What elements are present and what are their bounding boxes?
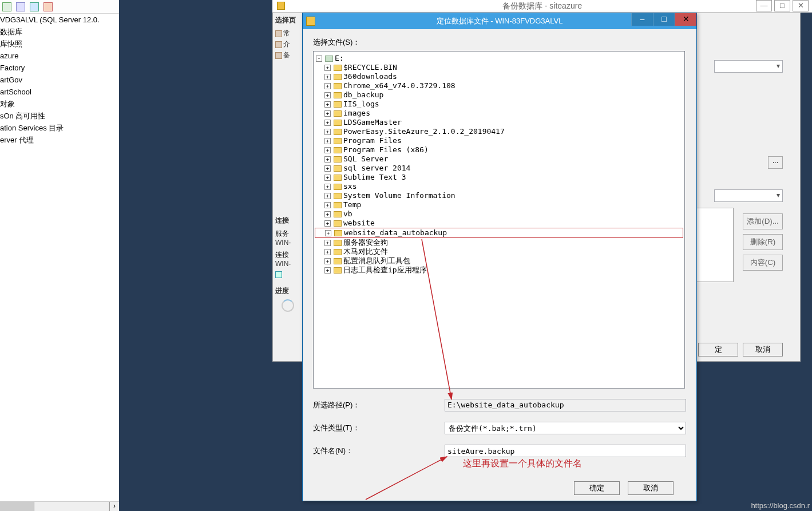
expand-icon[interactable]: + xyxy=(324,202,331,208)
content-button[interactable]: 内容(C) xyxy=(743,255,783,271)
hscroll[interactable]: › xyxy=(0,501,119,511)
cancel-button[interactable]: 取消 xyxy=(628,481,674,495)
folder-node[interactable]: + 配置消息队列工具包 xyxy=(315,256,683,266)
folder-node[interactable]: + Temp xyxy=(315,200,683,209)
folder-node[interactable]: + db_backup xyxy=(315,90,683,100)
folder-node[interactable]: + Sublime Text 3 xyxy=(315,173,683,182)
scroll-thumb[interactable] xyxy=(0,502,34,511)
backup-ok-button[interactable]: 定 xyxy=(698,343,738,356)
maximize-button[interactable]: □ xyxy=(653,13,675,26)
folder-node[interactable]: + PowerEasy.SiteAzure_2.1.0.2_20190417 xyxy=(315,127,683,136)
folder-label: 服务器安全狗 xyxy=(343,238,388,247)
expand-icon[interactable]: + xyxy=(324,220,331,227)
folder-node[interactable]: + 日志工具检查ip应用程序 xyxy=(315,266,683,275)
folder-node[interactable]: + Program Files xyxy=(315,136,683,145)
expand-icon[interactable]: + xyxy=(324,101,331,108)
tree-node[interactable]: azure xyxy=(0,50,119,62)
page-item[interactable]: 备 xyxy=(283,50,290,60)
expand-icon[interactable]: + xyxy=(324,83,331,89)
close-button[interactable]: ✕ xyxy=(675,13,696,26)
folder-icon xyxy=(334,65,342,71)
server-node[interactable]: VDG3ALVL (SQL Server 12.0. xyxy=(0,14,119,26)
folder-icon xyxy=(334,92,342,98)
expand-icon[interactable]: + xyxy=(324,74,331,80)
tree-node[interactable]: sOn 高可用性 xyxy=(0,110,119,122)
folder-node[interactable]: + website xyxy=(315,219,683,228)
view-conn-icon[interactable] xyxy=(275,271,282,278)
folder-node[interactable]: + Chrome_x64_v74.0.3729.108 xyxy=(315,81,683,90)
folder-node[interactable]: + vb xyxy=(315,209,683,219)
backup-dialog-titlebar[interactable]: 备份数据库 - siteazure — □ ✕ xyxy=(272,0,812,13)
minimize-button[interactable]: — xyxy=(756,0,772,11)
folder-node[interactable]: + LDSGameMaster xyxy=(315,118,683,127)
refresh-icon[interactable] xyxy=(30,2,39,11)
folder-node[interactable]: + IIS_logs xyxy=(315,100,683,109)
expand-icon[interactable]: + xyxy=(324,138,331,144)
expand-icon[interactable]: + xyxy=(324,240,331,246)
ok-button[interactable]: 确定 xyxy=(574,481,620,495)
folder-node[interactable]: + 服务器安全狗 xyxy=(315,238,683,247)
folder-node[interactable]: + 360downloads xyxy=(315,72,683,81)
folder-icon xyxy=(334,249,342,255)
expand-icon[interactable]: + xyxy=(324,147,331,153)
folder-node[interactable]: + images xyxy=(315,109,683,118)
expand-icon[interactable]: + xyxy=(324,211,331,217)
folder-node[interactable]: + SQL Server xyxy=(315,155,683,164)
path-input: E:\website_data_autobackup xyxy=(445,399,686,411)
folder-node[interactable]: + System Volume Information xyxy=(315,191,683,200)
folder-node[interactable]: + 木马对比文件 xyxy=(315,247,683,256)
page-item[interactable]: 常 xyxy=(283,29,290,38)
expand-icon[interactable]: - xyxy=(316,56,322,62)
backup-dropdown-2[interactable] xyxy=(714,189,783,202)
backup-dropdown-1[interactable] xyxy=(714,60,783,73)
folder-label: sxs xyxy=(343,182,357,191)
expand-icon[interactable]: + xyxy=(324,65,331,71)
tree-node[interactable]: erver 代理 xyxy=(0,134,119,146)
connect-icon[interactable] xyxy=(2,2,11,11)
filter-icon[interactable] xyxy=(16,2,25,11)
tree-node[interactable]: artSchool xyxy=(0,86,119,98)
minimize-button[interactable]: – xyxy=(631,13,653,26)
remove-button[interactable]: 删除(R) xyxy=(743,234,783,250)
page-item[interactable]: 介 xyxy=(283,39,290,49)
expand-icon[interactable]: + xyxy=(324,258,331,264)
expand-icon[interactable]: + xyxy=(324,165,331,172)
folder-node[interactable]: + sql server 2014 xyxy=(315,164,683,173)
tree-node[interactable]: 数据库 xyxy=(0,26,119,38)
scroll-right-arrow[interactable]: › xyxy=(109,502,119,511)
expand-icon[interactable]: + xyxy=(324,110,331,117)
folder-icon xyxy=(334,267,342,274)
ssms-tree[interactable]: VDG3ALVL (SQL Server 12.0. 数据库 库快照 azure… xyxy=(0,14,119,146)
add-button[interactable]: 添加(D)... xyxy=(743,213,783,229)
tree-node[interactable]: 库快照 xyxy=(0,38,119,50)
filename-input[interactable] xyxy=(445,445,686,457)
page-icon xyxy=(275,30,282,37)
folder-node[interactable]: + Program Files (x86) xyxy=(315,145,683,155)
expand-icon[interactable]: + xyxy=(324,156,331,163)
expand-icon[interactable]: + xyxy=(324,120,331,126)
expand-icon[interactable]: + xyxy=(324,175,331,181)
expand-icon[interactable]: + xyxy=(324,249,331,255)
expand-icon[interactable]: + xyxy=(324,193,331,199)
expand-icon[interactable]: + xyxy=(324,267,331,274)
ellipsis-button[interactable]: ... xyxy=(768,156,783,169)
tree-node[interactable]: 对象 xyxy=(0,98,119,110)
folder-node[interactable]: + sxs xyxy=(315,182,683,191)
drive-node[interactable]: - E: xyxy=(315,54,683,63)
close-button[interactable]: ✕ xyxy=(793,0,809,11)
stop-icon[interactable] xyxy=(43,2,53,11)
maximize-button[interactable]: □ xyxy=(774,0,790,11)
file-tree[interactable]: - E:+ $RECYCLE.BIN+ 360downloads+ Chrome… xyxy=(313,51,685,389)
expand-icon[interactable]: + xyxy=(324,92,331,98)
expand-icon[interactable]: + xyxy=(324,184,331,190)
tree-node[interactable]: ation Services 目录 xyxy=(0,122,119,134)
locate-titlebar[interactable]: 定位数据库文件 - WIN-83FVDG3ALVL – □ ✕ xyxy=(303,13,696,29)
tree-node[interactable]: artGov xyxy=(0,74,119,86)
folder-node[interactable]: + $RECYCLE.BIN xyxy=(315,63,683,72)
expand-icon[interactable]: + xyxy=(325,230,331,236)
backup-cancel-button[interactable]: 取消 xyxy=(743,343,783,356)
tree-node[interactable]: Factory xyxy=(0,62,119,74)
expand-icon[interactable]: + xyxy=(324,129,331,135)
type-select[interactable]: 备份文件(*.bak;*.trn) xyxy=(445,422,686,434)
folder-node[interactable]: + website_data_autobackup xyxy=(315,228,683,238)
